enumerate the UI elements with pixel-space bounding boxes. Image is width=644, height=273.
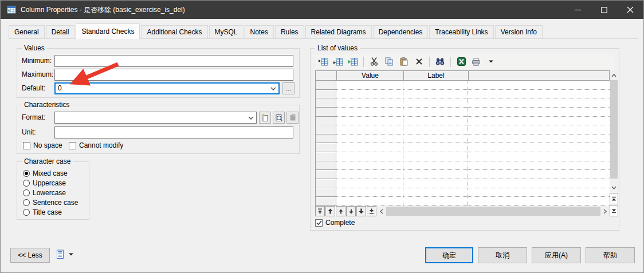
move-up-many-button[interactable] bbox=[325, 206, 335, 216]
horizontal-scrollbar[interactable] bbox=[377, 206, 610, 216]
paste-button[interactable] bbox=[398, 56, 410, 68]
grid-row[interactable] bbox=[316, 134, 610, 144]
close-button[interactable] bbox=[617, 1, 643, 19]
row-selector[interactable] bbox=[316, 143, 336, 152]
label-cell[interactable] bbox=[403, 134, 468, 144]
tab-general[interactable]: General bbox=[9, 25, 45, 38]
grid-row[interactable] bbox=[316, 81, 610, 90]
row-selector[interactable] bbox=[316, 197, 336, 206]
vertical-scroll-track[interactable] bbox=[610, 80, 618, 183]
insert-row-button[interactable] bbox=[317, 56, 329, 68]
extra-cell[interactable] bbox=[468, 98, 610, 108]
row-selector[interactable] bbox=[316, 152, 336, 161]
delete-button[interactable] bbox=[413, 56, 425, 68]
label-cell[interactable] bbox=[403, 161, 468, 171]
radio-lowercase[interactable]: Lowercase bbox=[23, 189, 66, 197]
find-button[interactable] bbox=[434, 56, 446, 68]
extra-cell[interactable] bbox=[468, 188, 610, 197]
move-down-many-button[interactable] bbox=[356, 206, 366, 216]
scroll-right-icon[interactable] bbox=[600, 206, 610, 216]
scroll-to-top-button[interactable] bbox=[610, 193, 618, 204]
extra-cell[interactable] bbox=[468, 152, 610, 161]
row-selector[interactable] bbox=[316, 81, 336, 90]
tab-detail[interactable]: Detail bbox=[46, 25, 75, 38]
label-cell[interactable] bbox=[403, 117, 468, 126]
grid-row[interactable] bbox=[316, 170, 610, 179]
apply-button[interactable]: 应用(A) bbox=[532, 247, 581, 263]
tab-notes[interactable]: Notes bbox=[245, 25, 274, 38]
extra-cell[interactable] bbox=[468, 117, 610, 126]
value-cell[interactable] bbox=[336, 108, 403, 117]
tab-related-diagrams[interactable]: Related Diagrams bbox=[305, 25, 372, 38]
extra-cell[interactable] bbox=[468, 134, 610, 144]
horizontal-scroll-track[interactable] bbox=[386, 207, 600, 216]
excel-export-button[interactable] bbox=[455, 56, 467, 68]
dropdown-caret-icon[interactable] bbox=[69, 253, 73, 256]
tab-traceability-links[interactable]: Traceability Links bbox=[429, 25, 493, 38]
append-rows-button[interactable] bbox=[347, 56, 359, 68]
vertical-scrollbar[interactable] bbox=[610, 70, 618, 216]
extra-cell[interactable] bbox=[468, 179, 610, 188]
tab-mysql[interactable]: MySQL bbox=[209, 25, 244, 38]
scroll-to-bottom-button[interactable] bbox=[610, 205, 618, 216]
row-selector[interactable] bbox=[316, 108, 336, 117]
grid-row[interactable] bbox=[316, 179, 610, 188]
row-selector[interactable] bbox=[316, 170, 336, 179]
value-cell[interactable] bbox=[336, 125, 403, 134]
grid-row[interactable] bbox=[316, 143, 610, 152]
radio-uppercase[interactable]: Uppercase bbox=[23, 179, 66, 187]
label-cell[interactable] bbox=[403, 98, 468, 108]
header-extra[interactable] bbox=[468, 70, 610, 81]
value-cell[interactable] bbox=[336, 98, 403, 108]
label-cell[interactable] bbox=[403, 188, 468, 197]
label-cell[interactable] bbox=[403, 125, 468, 134]
grid-row[interactable] bbox=[316, 90, 610, 99]
minimum-input[interactable] bbox=[54, 55, 293, 67]
extra-cell[interactable] bbox=[468, 90, 610, 99]
label-cell[interactable] bbox=[403, 170, 468, 179]
value-cell[interactable] bbox=[336, 161, 403, 171]
scroll-down-icon[interactable] bbox=[610, 183, 618, 192]
default-combobox[interactable]: 0 bbox=[54, 82, 280, 94]
header-value[interactable]: Value bbox=[336, 70, 403, 81]
cannot-modify-checkbox[interactable]: Cannot modify bbox=[69, 141, 123, 149]
default-browse-button[interactable]: ... bbox=[282, 82, 294, 94]
value-cell[interactable] bbox=[336, 170, 403, 179]
row-selector[interactable] bbox=[316, 188, 336, 197]
title-bar[interactable]: Column Properties - 是否移除 (basic_exercise… bbox=[1, 1, 643, 19]
print-button[interactable] bbox=[470, 56, 482, 68]
grid-row[interactable] bbox=[316, 117, 610, 126]
tab-dependencies[interactable]: Dependencies bbox=[373, 25, 429, 38]
maximize-button[interactable] bbox=[591, 1, 617, 19]
row-selector[interactable] bbox=[316, 161, 336, 171]
header-selector[interactable] bbox=[315, 70, 336, 81]
move-to-top-button[interactable] bbox=[315, 206, 325, 216]
label-cell[interactable] bbox=[403, 179, 468, 188]
extra-cell[interactable] bbox=[468, 125, 610, 134]
value-cell[interactable] bbox=[336, 143, 403, 152]
tab-rules[interactable]: Rules bbox=[275, 25, 304, 38]
label-cell[interactable] bbox=[403, 108, 468, 117]
scroll-left-icon[interactable] bbox=[377, 206, 386, 216]
value-cell[interactable] bbox=[336, 117, 403, 126]
label-cell[interactable] bbox=[403, 81, 468, 90]
extra-cell[interactable] bbox=[468, 170, 610, 179]
minimize-button[interactable] bbox=[564, 1, 591, 19]
radio-sentence-case[interactable]: Sentence case bbox=[23, 199, 78, 207]
value-cell[interactable] bbox=[336, 179, 403, 188]
complete-checkbox[interactable]: Complete bbox=[315, 219, 355, 227]
move-up-button[interactable] bbox=[336, 206, 345, 216]
toolbar-menu-button[interactable] bbox=[485, 56, 497, 68]
move-to-bottom-button[interactable] bbox=[367, 206, 376, 216]
row-selector[interactable] bbox=[316, 125, 336, 134]
extra-cell[interactable] bbox=[468, 108, 610, 117]
cancel-button[interactable]: 取消 bbox=[478, 247, 527, 263]
copy-button[interactable] bbox=[383, 56, 395, 68]
grid-row[interactable] bbox=[316, 161, 610, 171]
tab-additional-checks[interactable]: Additional Checks bbox=[141, 25, 207, 38]
help-button[interactable]: 帮助 bbox=[586, 247, 635, 263]
radio-mixed-case[interactable]: Mixed case bbox=[23, 169, 68, 177]
label-cell[interactable] bbox=[403, 152, 468, 161]
properties-disabled-button[interactable] bbox=[286, 112, 299, 124]
ok-button[interactable]: 确定 bbox=[425, 247, 473, 263]
